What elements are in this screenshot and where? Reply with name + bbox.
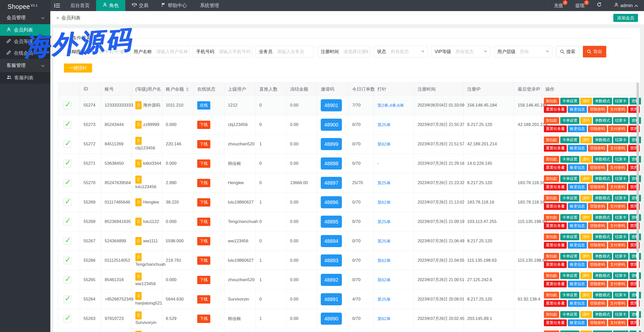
op-button-结算卡[interactable]: 结算卡 bbox=[613, 175, 628, 182]
op-button-结算卡[interactable]: 结算卡 bbox=[613, 156, 628, 163]
op-button-支付密码[interactable]: 支付密码 bbox=[608, 203, 627, 210]
op-button-账变信息[interactable]: 账变信息 bbox=[568, 242, 587, 249]
op-button-卡单设置[interactable]: 卡单设置 bbox=[560, 195, 579, 202]
op-button-清针[interactable]: 清针 bbox=[580, 272, 592, 279]
op-button-加扣款[interactable]: 加扣款 bbox=[544, 234, 559, 240]
op-button-资料[interactable]: 资料 bbox=[629, 195, 641, 202]
op-button-清针[interactable]: 清针 bbox=[580, 137, 592, 143]
needle-link[interactable]: 第25单 bbox=[377, 181, 391, 185]
op-button-卡单设置[interactable]: 卡单设置 bbox=[560, 98, 579, 105]
op-button-加扣款[interactable]: 加扣款 bbox=[544, 117, 559, 124]
op-button-账变信息[interactable]: 账变信息 bbox=[568, 222, 587, 229]
needle-link[interactable]: 第25单 bbox=[377, 122, 391, 127]
row-checkbox[interactable]: ✓ bbox=[64, 121, 71, 128]
row-checkbox[interactable]: ✓ bbox=[64, 276, 71, 284]
invite-code-button[interactable]: 48896 bbox=[321, 196, 342, 208]
op-button-资料[interactable]: 资料 bbox=[629, 175, 641, 182]
op-button-清针[interactable]: 清针 bbox=[580, 234, 592, 240]
op-button-结算卡[interactable]: 结算卡 bbox=[613, 195, 628, 202]
recharge-button[interactable]: 充值 0 bbox=[548, 0, 569, 11]
op-button-卡单设置[interactable]: 卡单设置 bbox=[560, 214, 579, 221]
op-button-加扣款[interactable]: 加扣款 bbox=[544, 272, 559, 279]
filter-input-手机号码[interactable] bbox=[217, 46, 252, 57]
op-button-清针[interactable]: 清针 bbox=[580, 253, 592, 260]
nav-item-帮助中心[interactable]: 帮助中心 bbox=[155, 0, 193, 11]
op-button-支付密码[interactable]: 支付密码 bbox=[608, 319, 627, 326]
op-button-清针[interactable]: 清针 bbox=[580, 292, 592, 298]
sort-icon[interactable] bbox=[186, 87, 189, 91]
op-button-清针[interactable]: 清针 bbox=[580, 98, 592, 105]
invite-code-button[interactable]: 48892 bbox=[321, 274, 342, 286]
op-button-支付密码[interactable]: 支付密码 bbox=[608, 184, 627, 190]
filter-input-业务员[interactable] bbox=[275, 46, 314, 57]
invite-code-button[interactable]: 48891 bbox=[321, 293, 342, 305]
op-button-登陆密码[interactable]: 登陆密码 bbox=[588, 281, 607, 287]
op-button-重置任务量[interactable]: 重置任务量 bbox=[544, 125, 567, 132]
invite-code-button[interactable]: 48895 bbox=[321, 216, 342, 228]
op-button-结算卡[interactable]: 结算卡 bbox=[613, 234, 628, 240]
op-button-单数模式[interactable]: 单数模式 bbox=[593, 98, 612, 105]
op-button-账变信息[interactable]: 账变信息 bbox=[568, 203, 587, 210]
op-button-登陆密码[interactable]: 登陆密码 bbox=[588, 184, 607, 190]
op-button-加扣款[interactable]: 加扣款 bbox=[544, 156, 559, 163]
invite-code-button[interactable]: 48898 bbox=[321, 157, 342, 170]
user-menu[interactable]: admin bbox=[608, 0, 644, 11]
row-checkbox[interactable]: ✓ bbox=[64, 179, 71, 187]
op-button-结算卡[interactable]: 结算卡 bbox=[613, 330, 628, 332]
op-button-账变信息[interactable]: 账变信息 bbox=[568, 184, 587, 190]
op-button-单数模式[interactable]: 单数模式 bbox=[593, 214, 612, 221]
sidebar-item-会员等级[interactable]: 会员等级 bbox=[0, 36, 50, 47]
op-button-结算卡[interactable]: 结算卡 bbox=[613, 137, 628, 143]
op-button-重置任务量[interactable]: 重置任务量 bbox=[544, 319, 567, 326]
table-scrollbar[interactable] bbox=[636, 82, 639, 332]
op-button-重置任务量[interactable]: 重置任务量 bbox=[544, 164, 567, 171]
op-button-结算卡[interactable]: 结算卡 bbox=[613, 292, 628, 298]
row-checkbox[interactable]: ✓ bbox=[64, 257, 71, 264]
refresh-button[interactable] bbox=[590, 0, 608, 11]
scrollbar-thumb[interactable] bbox=[636, 82, 639, 252]
op-button-资料[interactable]: 资料 bbox=[629, 98, 641, 105]
op-button-加扣款[interactable]: 加扣款 bbox=[544, 311, 559, 318]
op-button-支付密码[interactable]: 支付密码 bbox=[608, 281, 627, 287]
op-button-单数模式[interactable]: 单数模式 bbox=[593, 292, 612, 298]
op-button-支付密码[interactable]: 支付密码 bbox=[608, 300, 627, 307]
filter-input-模糊搜索[interactable] bbox=[88, 46, 127, 57]
op-button-重置任务量[interactable]: 重置任务量 bbox=[544, 184, 567, 190]
invite-code-button[interactable]: 48899 bbox=[321, 138, 342, 150]
op-button-重置任务量[interactable]: 重置任务量 bbox=[544, 222, 567, 229]
op-button-重置任务量[interactable]: 重置任务量 bbox=[544, 281, 567, 287]
op-button-加扣款[interactable]: 加扣款 bbox=[544, 253, 559, 260]
sidebar-item-在线会员[interactable]: 在线会员 bbox=[0, 47, 50, 59]
op-button-重置任务量[interactable]: 重置任务量 bbox=[544, 300, 567, 307]
needle-link[interactable]: 第25单 bbox=[377, 239, 391, 244]
op-button-清针[interactable]: 清针 bbox=[580, 175, 592, 182]
row-checkbox[interactable]: ✓ bbox=[64, 198, 71, 206]
invite-code-button[interactable]: 48900 bbox=[321, 119, 342, 131]
sidebar-item-会员列表[interactable]: 会员列表 bbox=[0, 24, 50, 36]
op-button-登陆密码[interactable]: 登陆密码 bbox=[588, 319, 607, 326]
needle-link[interactable]: 第62单 bbox=[377, 142, 391, 147]
op-button-加扣款[interactable]: 加扣款 bbox=[544, 195, 559, 202]
sidebar-group-客服管理[interactable]: 客服管理 bbox=[0, 59, 50, 72]
op-button-登陆密码[interactable]: 登陆密码 bbox=[588, 164, 607, 171]
op-button-重置任务量[interactable]: 重置任务量 bbox=[544, 242, 567, 249]
op-button-支付密码[interactable]: 支付密码 bbox=[608, 145, 627, 152]
op-button-支付密码[interactable]: 支付密码 bbox=[608, 106, 627, 113]
op-button-加扣款[interactable]: 加扣款 bbox=[544, 175, 559, 182]
filter-input-注册时间[interactable] bbox=[342, 46, 370, 57]
op-button-登陆密码[interactable]: 登陆密码 bbox=[588, 222, 607, 229]
op-button-单数模式[interactable]: 单数模式 bbox=[593, 272, 612, 279]
op-button-单数模式[interactable]: 单数模式 bbox=[593, 330, 612, 332]
op-button-卡单设置[interactable]: 卡单设置 bbox=[560, 137, 579, 143]
op-button-结算卡[interactable]: 结算卡 bbox=[613, 214, 628, 221]
row-checkbox[interactable]: ✓ bbox=[64, 315, 71, 322]
op-button-账变信息[interactable]: 账变信息 bbox=[568, 300, 587, 307]
needle-link[interactable]: 第25单 bbox=[377, 219, 391, 224]
op-button-卡单设置[interactable]: 卡单设置 bbox=[560, 156, 579, 163]
needle-link[interactable]: 第2单,4单,6单 bbox=[377, 103, 404, 108]
op-button-账变信息[interactable]: 账变信息 bbox=[568, 125, 587, 132]
op-button-结算卡[interactable]: 结算卡 bbox=[613, 272, 628, 279]
op-button-登陆密码[interactable]: 登陆密码 bbox=[588, 300, 607, 307]
op-button-资料[interactable]: 资料 bbox=[629, 214, 641, 221]
filter-select-VIP等级[interactable]: VIP等级所有状态 bbox=[431, 46, 491, 57]
